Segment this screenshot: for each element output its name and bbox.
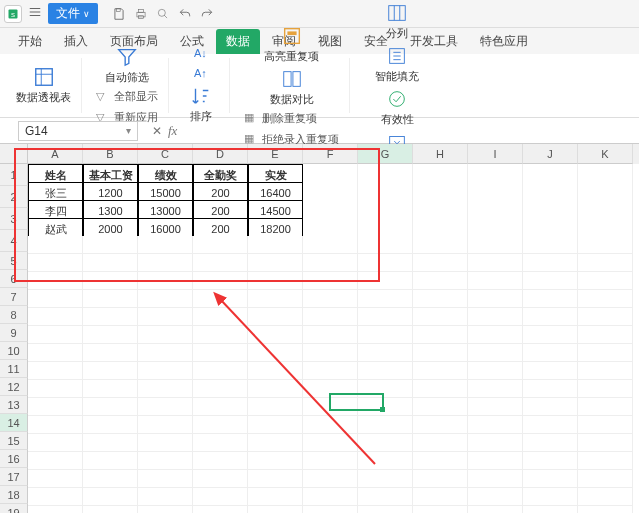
- cell[interactable]: [468, 254, 523, 272]
- cell[interactable]: [413, 452, 468, 470]
- cell[interactable]: [578, 326, 633, 344]
- cell[interactable]: [28, 272, 83, 290]
- cell[interactable]: [578, 254, 633, 272]
- cell[interactable]: [413, 254, 468, 272]
- cell[interactable]: [193, 254, 248, 272]
- cell[interactable]: [83, 398, 138, 416]
- cell[interactable]: [358, 272, 413, 290]
- cell[interactable]: [83, 254, 138, 272]
- cell[interactable]: [523, 308, 578, 326]
- cell[interactable]: [28, 236, 83, 254]
- cell[interactable]: [193, 236, 248, 254]
- flash-fill-button[interactable]: 智能填充: [371, 43, 423, 86]
- row-header-16[interactable]: 16: [0, 450, 28, 468]
- save-icon[interactable]: [112, 6, 126, 21]
- cell[interactable]: [28, 344, 83, 362]
- cell[interactable]: [83, 416, 138, 434]
- tab-插入[interactable]: 插入: [54, 29, 98, 54]
- cell[interactable]: [358, 398, 413, 416]
- column-header-B[interactable]: B: [83, 144, 138, 164]
- row-header-18[interactable]: 18: [0, 486, 28, 504]
- row-header-5[interactable]: 5: [0, 252, 28, 270]
- tab-特色应用[interactable]: 特色应用: [470, 29, 538, 54]
- cell[interactable]: [303, 488, 358, 506]
- cell[interactable]: [303, 344, 358, 362]
- sort-asc-button[interactable]: A↓: [190, 45, 212, 63]
- cell[interactable]: [248, 344, 303, 362]
- cell[interactable]: [193, 470, 248, 488]
- cell[interactable]: [138, 488, 193, 506]
- cell[interactable]: [358, 470, 413, 488]
- cell[interactable]: [138, 362, 193, 380]
- cell[interactable]: [468, 434, 523, 452]
- row-header-4[interactable]: 4: [0, 230, 28, 252]
- cell[interactable]: [358, 362, 413, 380]
- cell[interactable]: [303, 416, 358, 434]
- cell[interactable]: [523, 398, 578, 416]
- cell[interactable]: [468, 344, 523, 362]
- cell[interactable]: [413, 308, 468, 326]
- row-header-10[interactable]: 10: [0, 342, 28, 360]
- row-header-9[interactable]: 9: [0, 324, 28, 342]
- cell[interactable]: [523, 362, 578, 380]
- cell[interactable]: [468, 488, 523, 506]
- cell[interactable]: [358, 290, 413, 308]
- cell[interactable]: [83, 308, 138, 326]
- cell[interactable]: [523, 470, 578, 488]
- cell[interactable]: [193, 362, 248, 380]
- cell[interactable]: [578, 290, 633, 308]
- cell[interactable]: [468, 308, 523, 326]
- cell[interactable]: [193, 272, 248, 290]
- cell[interactable]: [138, 236, 193, 254]
- cell[interactable]: [413, 236, 468, 254]
- row-header-12[interactable]: 12: [0, 378, 28, 396]
- sort-button[interactable]: 排序: [179, 83, 223, 126]
- cell[interactable]: [523, 254, 578, 272]
- cell[interactable]: [83, 362, 138, 380]
- cell[interactable]: [413, 416, 468, 434]
- select-all-corner[interactable]: [0, 144, 28, 164]
- cell[interactable]: [193, 488, 248, 506]
- cell[interactable]: [413, 362, 468, 380]
- redo-icon[interactable]: [200, 6, 214, 21]
- cell[interactable]: [28, 506, 83, 513]
- cell[interactable]: [303, 272, 358, 290]
- column-header-A[interactable]: A: [28, 144, 83, 164]
- cell[interactable]: [193, 380, 248, 398]
- cell[interactable]: [303, 326, 358, 344]
- column-header-H[interactable]: H: [413, 144, 468, 164]
- cell[interactable]: [358, 488, 413, 506]
- cell[interactable]: [578, 470, 633, 488]
- preview-icon[interactable]: [156, 6, 170, 21]
- cell[interactable]: [578, 416, 633, 434]
- cell[interactable]: [248, 254, 303, 272]
- cell[interactable]: [578, 434, 633, 452]
- cell[interactable]: [138, 506, 193, 513]
- cell[interactable]: [578, 236, 633, 254]
- cell[interactable]: [358, 344, 413, 362]
- cell[interactable]: [28, 452, 83, 470]
- row-header-6[interactable]: 6: [0, 270, 28, 288]
- cell[interactable]: [303, 506, 358, 513]
- cell[interactable]: [138, 308, 193, 326]
- cell[interactable]: [523, 236, 578, 254]
- undo-icon[interactable]: [178, 6, 192, 21]
- cell[interactable]: [468, 290, 523, 308]
- cell[interactable]: [28, 326, 83, 344]
- cell[interactable]: [578, 452, 633, 470]
- cell[interactable]: [83, 272, 138, 290]
- row-header-17[interactable]: 17: [0, 468, 28, 486]
- highlight-dup-button[interactable]: 高亮重复项: [260, 23, 323, 66]
- cell[interactable]: [138, 434, 193, 452]
- cell[interactable]: [28, 362, 83, 380]
- cell[interactable]: [578, 362, 633, 380]
- cell[interactable]: [303, 308, 358, 326]
- file-menu-button[interactable]: 文件 ∨: [48, 3, 98, 24]
- cell[interactable]: [138, 416, 193, 434]
- column-header-D[interactable]: D: [193, 144, 248, 164]
- cell[interactable]: [248, 470, 303, 488]
- row-header-1[interactable]: 1: [0, 164, 28, 186]
- cell[interactable]: [523, 488, 578, 506]
- cell[interactable]: [248, 488, 303, 506]
- cell[interactable]: [138, 290, 193, 308]
